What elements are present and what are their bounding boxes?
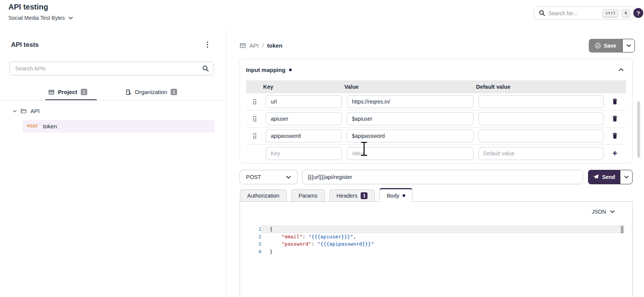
tab-project[interactable]: Project 1 bbox=[48, 89, 87, 95]
code-line: 2 "email": "{{{apiuser}}}", bbox=[240, 233, 632, 241]
chevron-down-icon bbox=[609, 209, 615, 215]
breadcrumb-current: token bbox=[267, 42, 282, 49]
sidebar: API tests ⋮ Project 1 Organization 1 bbox=[0, 29, 226, 297]
kbd-k: K bbox=[622, 9, 630, 17]
code-line: 3 "password": "{{{apipassword}}}" bbox=[240, 240, 632, 248]
key-input[interactable] bbox=[266, 95, 342, 108]
default-value-input[interactable] bbox=[478, 95, 604, 108]
chevron-down-icon bbox=[285, 174, 292, 180]
top-bar: API testing Social Media Test Bytes ctrl… bbox=[0, 0, 644, 29]
value-input[interactable] bbox=[347, 95, 473, 108]
tab-body[interactable]: Body bbox=[379, 188, 412, 202]
delete-row-button[interactable] bbox=[604, 115, 626, 122]
tab-headers-label: Headers bbox=[337, 193, 358, 199]
kbd-ctrl: ctrl bbox=[602, 9, 619, 17]
folder-open-icon bbox=[21, 108, 27, 114]
help-button[interactable]: ? bbox=[633, 8, 643, 18]
send-button[interactable]: Send bbox=[588, 170, 620, 184]
collapse-section-button[interactable] bbox=[618, 66, 625, 73]
request-tabs: Authorization Params Headers 1 Body bbox=[240, 189, 412, 202]
chevron-up-icon bbox=[618, 66, 625, 73]
input-mapping-card: Input mapping Key Value Default value bbox=[240, 59, 633, 164]
column-header-key: Key bbox=[263, 84, 344, 90]
column-header-value: Value bbox=[344, 84, 475, 90]
save-button[interactable]: Save bbox=[589, 39, 622, 53]
method-select[interactable]: POST bbox=[240, 170, 297, 184]
url-input[interactable] bbox=[302, 170, 583, 184]
workspace-selector[interactable]: Social Media Test Bytes bbox=[8, 15, 74, 21]
page-scrollbar-thumb[interactable] bbox=[637, 101, 640, 158]
key-input[interactable] bbox=[266, 112, 342, 125]
search-icon bbox=[539, 10, 545, 16]
tab-authorization-label: Authorization bbox=[247, 193, 280, 199]
project-icon bbox=[240, 42, 246, 49]
tab-organization[interactable]: Organization 1 bbox=[125, 89, 177, 95]
organization-count-badge: 1 bbox=[171, 89, 177, 95]
search-icon bbox=[202, 65, 209, 72]
drag-handle-icon[interactable] bbox=[249, 99, 260, 104]
table-row bbox=[246, 93, 626, 110]
organization-icon bbox=[125, 89, 131, 95]
save-dropdown-button[interactable] bbox=[622, 39, 635, 53]
line-number: 4 bbox=[240, 248, 261, 255]
sidebar-tabs: Project 1 Organization 1 bbox=[0, 89, 226, 101]
tree-folder-api[interactable]: API bbox=[13, 108, 40, 114]
tree-folder-label: API bbox=[30, 108, 40, 114]
method-select-value: POST bbox=[246, 174, 261, 180]
tab-headers[interactable]: Headers 1 bbox=[329, 189, 375, 202]
default-value-input[interactable] bbox=[478, 129, 604, 142]
workspace-name: Social Media Test Bytes bbox=[8, 15, 65, 21]
key-input[interactable] bbox=[266, 129, 342, 142]
drag-handle-icon[interactable] bbox=[249, 116, 260, 121]
default-value-input[interactable] bbox=[478, 112, 604, 125]
delete-row-button[interactable] bbox=[604, 133, 626, 139]
input-mapping-title: Input mapping bbox=[246, 67, 285, 73]
project-icon bbox=[48, 89, 54, 95]
line-number: 1 bbox=[240, 225, 261, 233]
tabs-divider bbox=[0, 100, 226, 101]
value-input[interactable] bbox=[347, 129, 473, 142]
value-input[interactable] bbox=[347, 147, 473, 160]
save-label: Save bbox=[604, 43, 616, 49]
tab-body-label: Body bbox=[387, 193, 399, 199]
send-dropdown-button[interactable] bbox=[620, 170, 633, 184]
code-line: 1 { bbox=[240, 225, 632, 233]
editor-scrollbar-thumb[interactable] bbox=[621, 226, 623, 233]
add-row-button[interactable]: + bbox=[604, 150, 626, 157]
delete-row-button[interactable] bbox=[604, 98, 626, 105]
send-label: Send bbox=[602, 174, 615, 180]
tab-authorization[interactable]: Authorization bbox=[240, 189, 287, 202]
json-code-editor[interactable]: 1 { 2 "email": "{{{apiuser}}}", 3 "passw… bbox=[240, 225, 632, 255]
help-glyph: ? bbox=[636, 10, 640, 16]
chevron-down-icon bbox=[626, 43, 632, 49]
api-search-input[interactable] bbox=[15, 65, 199, 72]
tab-params-label: Params bbox=[299, 193, 318, 199]
chevron-down-icon bbox=[623, 174, 630, 180]
body-panel: JSON 1 { 2 "email": "{{{apiuser}}}", 3 "… bbox=[240, 201, 633, 297]
default-value-input[interactable] bbox=[478, 147, 604, 160]
tab-organization-label: Organization bbox=[135, 89, 167, 95]
body-format-select[interactable]: JSON bbox=[592, 209, 615, 215]
trash-icon bbox=[612, 98, 618, 105]
body-format-value: JSON bbox=[592, 209, 606, 215]
paper-plane-icon bbox=[593, 174, 599, 180]
line-number: 3 bbox=[240, 240, 261, 248]
app-window: API testing Social Media Test Bytes ctrl… bbox=[0, 0, 644, 297]
api-search[interactable] bbox=[10, 62, 214, 75]
input-mapping-header: Input mapping bbox=[240, 59, 632, 80]
check-circle-icon bbox=[595, 43, 601, 49]
tree-item-token[interactable]: POST token bbox=[23, 120, 214, 133]
drag-handle-icon[interactable] bbox=[249, 133, 260, 139]
sidebar-kebab-menu[interactable]: ⋮ bbox=[203, 39, 213, 50]
trash-icon bbox=[612, 115, 618, 122]
global-search[interactable]: ctrl K bbox=[534, 6, 634, 20]
value-input[interactable] bbox=[347, 112, 473, 125]
breadcrumb-root[interactable]: API bbox=[249, 42, 259, 49]
code-line: 4 } bbox=[240, 248, 632, 255]
key-input[interactable] bbox=[266, 147, 342, 160]
global-search-input[interactable] bbox=[548, 10, 599, 16]
plus-icon: + bbox=[612, 150, 617, 157]
kebab-icon: ⋮ bbox=[204, 40, 211, 48]
tab-params[interactable]: Params bbox=[291, 189, 325, 202]
sidebar-heading: API tests bbox=[11, 41, 39, 49]
